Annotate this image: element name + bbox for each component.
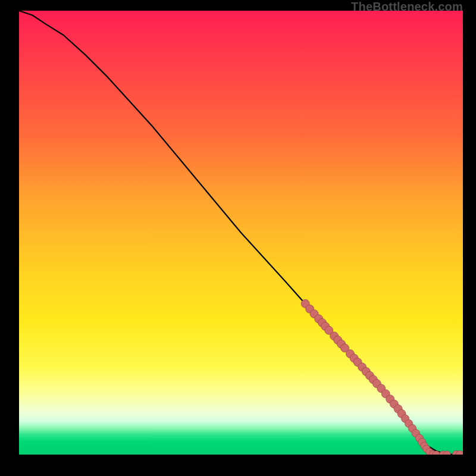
data-marker: [433, 451, 440, 455]
data-marker: [315, 315, 323, 323]
data-marker: [439, 451, 447, 455]
plot-area: [19, 11, 463, 455]
data-marker: [310, 309, 318, 318]
data-marker: [353, 358, 362, 367]
data-marker: [365, 371, 374, 380]
data-marker: [443, 451, 451, 455]
data-marker: [358, 363, 367, 371]
data-marker: [408, 424, 416, 432]
data-marker: [318, 318, 326, 327]
data-marker: [362, 367, 370, 375]
data-marker: [321, 322, 330, 330]
data-marker: [412, 430, 419, 437]
data-marker: [394, 405, 402, 413]
data-marker: [350, 354, 358, 362]
data-marker: [401, 415, 409, 422]
data-marker: [337, 340, 346, 348]
data-marker: [341, 344, 349, 352]
data-marker: [325, 326, 333, 334]
data-marker: [377, 384, 386, 393]
chart-frame: TheBottleneck.com: [0, 0, 476, 476]
data-marker: [418, 438, 426, 446]
data-marker: [390, 400, 398, 408]
data-marker: [397, 409, 406, 418]
data-marker: [334, 336, 342, 344]
data-marker: [423, 445, 431, 453]
data-marker: [369, 375, 377, 384]
data-marker: [452, 450, 460, 455]
data-marker: [301, 299, 309, 308]
data-marker: [386, 395, 394, 403]
chart-svg: [19, 11, 463, 455]
marker-layer: [301, 299, 463, 455]
data-marker: [405, 419, 412, 427]
data-marker: [330, 332, 339, 340]
data-marker: [346, 350, 354, 358]
data-marker: [426, 448, 434, 455]
data-marker: [456, 450, 463, 455]
curve-line: [19, 11, 463, 455]
data-marker: [429, 450, 437, 455]
data-marker: [421, 442, 428, 450]
data-marker: [306, 305, 314, 313]
data-marker: [372, 380, 381, 388]
data-marker: [415, 434, 423, 442]
data-marker: [381, 390, 390, 398]
